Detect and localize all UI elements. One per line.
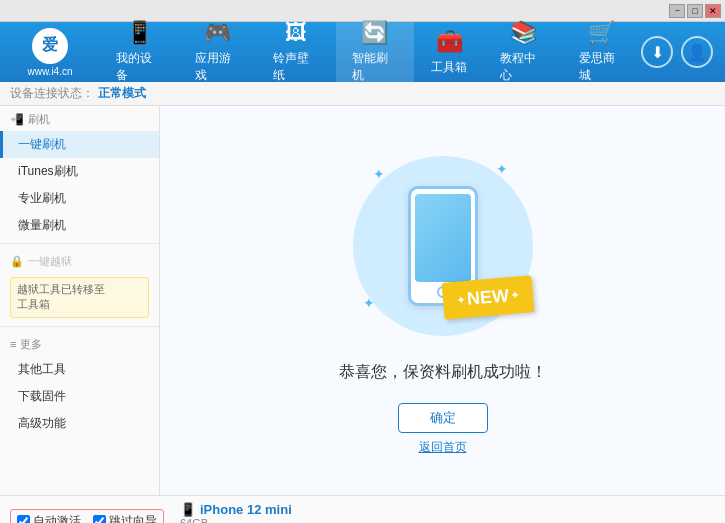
divider-1 [0, 243, 159, 244]
skip-wizard-input[interactable] [93, 515, 106, 523]
device-name-text: iPhone 12 mini [200, 502, 292, 517]
nav-right: ⬇ 👤 [641, 36, 725, 68]
new-badge: NEW [443, 279, 533, 316]
nav-tools[interactable]: 🧰 工具箱 [414, 22, 484, 82]
user-button[interactable]: 👤 [681, 36, 713, 68]
maximize-button[interactable]: □ [687, 4, 703, 18]
nav-tutorials[interactable]: 📚 教程中心 [484, 22, 563, 82]
sidebar-item-micro-flash[interactable]: 微量刷机 [0, 212, 159, 239]
more-icon: ≡ [10, 338, 16, 350]
main-area: 📲 刷机 一键刷机 iTunes刷机 专业刷机 微量刷机 🔒 一键越狱 越狱工具… [0, 106, 725, 495]
nav-apps[interactable]: 🎮 应用游戏 [179, 22, 258, 82]
smart-flash-label: 智能刷机 [352, 50, 399, 84]
status-bar: 设备连接状态： 正常模式 [0, 82, 725, 106]
apps-label: 应用游戏 [195, 50, 242, 84]
nav-smart-flash[interactable]: 🔄 智能刷机 [336, 22, 415, 82]
shop-icon: 🛒 [588, 20, 615, 46]
sidebar-item-pro-flash[interactable]: 专业刷机 [0, 185, 159, 212]
close-button[interactable]: ✕ [705, 4, 721, 18]
logo-icon: 爱 [32, 28, 68, 64]
flash-section-header: 📲 刷机 [0, 106, 159, 131]
sparkle-icon-2: ✦ [496, 161, 508, 177]
confirm-button[interactable]: 确定 [398, 403, 488, 433]
auto-activate-checkbox[interactable]: 自动激活 [17, 513, 81, 523]
logo-text: www.i4.cn [27, 66, 72, 77]
sparkle-icon-3: ✦ [363, 295, 375, 311]
auto-activate-input[interactable] [17, 515, 30, 523]
phone-illustration: ✦ ✦ ✦ NEW [343, 146, 543, 346]
minimize-button[interactable]: － [669, 4, 685, 18]
device-storage: 64GB [180, 517, 292, 523]
sidebar-item-other-tools[interactable]: 其他工具 [0, 356, 159, 383]
nav-shop[interactable]: 🛒 爱思商城 [563, 22, 642, 82]
ribbon: NEW [441, 275, 534, 320]
window-controls: － □ ✕ [669, 4, 721, 18]
logo-area: 爱 www.i4.cn [0, 24, 100, 81]
pro-flash-label: 专业刷机 [18, 191, 66, 205]
download-button[interactable]: ⬇ [641, 36, 673, 68]
auto-activate-label: 自动激活 [33, 513, 81, 523]
sidebar: 📲 刷机 一键刷机 iTunes刷机 专业刷机 微量刷机 🔒 一键越狱 越狱工具… [0, 106, 160, 495]
wallpaper-label: 铃声壁纸 [273, 50, 320, 84]
flash-header-label: 刷机 [28, 112, 50, 127]
jailbreak-notice-text: 越狱工具已转移至工具箱 [17, 283, 105, 310]
sidebar-item-itunes-flash[interactable]: iTunes刷机 [0, 158, 159, 185]
other-tools-label: 其他工具 [18, 362, 66, 376]
divider-2 [0, 326, 159, 327]
tutorials-icon: 📚 [510, 20, 537, 46]
download-firmware-label: 下载固件 [18, 389, 66, 403]
sidebar-item-one-key-flash[interactable]: 一键刷机 [0, 131, 159, 158]
return-link[interactable]: 返回首页 [419, 439, 467, 456]
my-device-label: 我的设备 [116, 50, 163, 84]
skip-wizard-label: 跳过向导 [109, 513, 157, 523]
success-message: 恭喜您，保资料刷机成功啦！ [339, 362, 547, 383]
title-bar: － □ ✕ [0, 0, 725, 22]
apps-icon: 🎮 [204, 20, 231, 46]
shop-label: 爱思商城 [579, 50, 626, 84]
jailbreak-header-label: 一键越狱 [28, 254, 72, 269]
nav-my-device[interactable]: 📱 我的设备 [100, 22, 179, 82]
advanced-label: 高级功能 [18, 416, 66, 430]
tutorials-label: 教程中心 [500, 50, 547, 84]
device-info: 📱 iPhone 12 mini 64GB Down-12mini-13,1 [180, 502, 292, 523]
tools-label: 工具箱 [431, 59, 467, 76]
nav-bar: 爱 www.i4.cn 📱 我的设备 🎮 应用游戏 🖼 铃声壁纸 🔄 智能刷机 … [0, 22, 725, 82]
tools-icon: 🧰 [436, 29, 463, 55]
sparkle-icon-1: ✦ [373, 166, 385, 182]
smart-flash-icon: 🔄 [361, 20, 388, 46]
status-label: 设备连接状态： [10, 85, 94, 102]
sidebar-item-download-firmware[interactable]: 下载固件 [0, 383, 159, 410]
one-key-flash-label: 一键刷机 [18, 137, 66, 151]
micro-flash-label: 微量刷机 [18, 218, 66, 232]
new-badge-text: NEW [466, 285, 510, 310]
device-icon: 📱 [180, 502, 196, 517]
more-section-header: ≡ 更多 [0, 331, 159, 356]
lock-icon: 🔒 [10, 255, 24, 268]
sidebar-item-advanced[interactable]: 高级功能 [0, 410, 159, 437]
status-value: 正常模式 [98, 85, 146, 102]
skip-wizard-checkbox[interactable]: 跳过向导 [93, 513, 157, 523]
itunes-flash-label: iTunes刷机 [18, 164, 78, 178]
nav-wallpaper[interactable]: 🖼 铃声壁纸 [257, 22, 336, 82]
jailbreak-section-header: 🔒 一键越狱 [0, 248, 159, 273]
flash-icon: 📲 [10, 113, 24, 126]
wallpaper-icon: 🖼 [285, 20, 307, 46]
nav-items: 📱 我的设备 🎮 应用游戏 🖼 铃声壁纸 🔄 智能刷机 🧰 工具箱 📚 教程中心… [100, 22, 641, 82]
content-area: ✦ ✦ ✦ NEW 恭喜您，保资料刷机成功啦！ 确定 返回首页 [160, 106, 725, 495]
bottom-area: 自动激活 跳过向导 📱 iPhone 12 mini 64GB Down-12m… [0, 495, 725, 523]
jailbreak-notice: 越狱工具已转移至工具箱 [10, 277, 149, 318]
checkbox-group: 自动激活 跳过向导 [10, 509, 164, 523]
device-name: 📱 iPhone 12 mini [180, 502, 292, 517]
my-device-icon: 📱 [126, 20, 153, 46]
more-header-label: 更多 [20, 337, 42, 352]
phone-screen [415, 194, 471, 282]
